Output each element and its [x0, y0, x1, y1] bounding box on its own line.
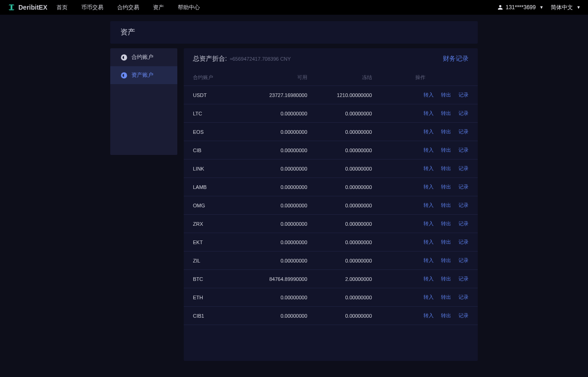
table-row: EKT0.000000000.00000000转入转出记录: [184, 233, 478, 251]
table-row: USDT23727.169800001210.00000000转入转出记录: [184, 86, 478, 104]
nav-home[interactable]: 首页: [57, 4, 68, 11]
cell-frozen: 1210.00000000: [307, 86, 372, 104]
cell-frozen: 2.00000000: [307, 270, 372, 288]
brand-name: DeribitEX: [18, 4, 47, 11]
cell-available: 84764.89990000: [243, 270, 307, 288]
cell-coin: USDT: [184, 86, 243, 104]
transfer-out-link[interactable]: 转出: [441, 129, 451, 134]
transfer-in-link[interactable]: 转入: [424, 276, 434, 281]
transfer-out-link[interactable]: 转出: [441, 184, 451, 189]
total-assets-amount: ≈6569472417.708396 CNY: [230, 56, 291, 62]
transfer-out-link[interactable]: 转出: [441, 147, 451, 153]
nav-assets[interactable]: 资产: [153, 4, 164, 11]
transfer-out-link[interactable]: 转出: [441, 239, 451, 245]
transfer-in-link[interactable]: 转入: [424, 221, 434, 226]
cell-coin: LAMB: [184, 178, 243, 196]
records-link[interactable]: 记录: [458, 294, 469, 300]
cell-coin: LINK: [184, 160, 243, 178]
transfer-in-link[interactable]: 转入: [424, 147, 434, 153]
th-available: 可用: [243, 69, 307, 86]
transfer-in-link[interactable]: 转入: [424, 239, 434, 245]
transfer-in-link[interactable]: 转入: [424, 92, 434, 97]
records-link[interactable]: 记录: [458, 221, 469, 226]
records-link[interactable]: 记录: [458, 110, 469, 116]
cell-ops: 转入转出记录: [372, 178, 478, 196]
table-row: CIB10.000000000.00000000转入转出记录: [184, 307, 478, 325]
transfer-in-link[interactable]: 转入: [424, 294, 434, 300]
top-right: 131****3699 ▼ 简体中文 ▼: [498, 4, 581, 11]
table-row: EOS0.000000000.00000000转入转出记录: [184, 123, 478, 141]
transfer-out-link[interactable]: 转出: [441, 276, 451, 281]
transfer-in-link[interactable]: 转入: [424, 166, 434, 171]
cell-available: 0.00000000: [243, 288, 307, 307]
sidebar-item-contract-account[interactable]: 合约账户: [110, 48, 177, 66]
cell-available: 0.00000000: [243, 141, 307, 160]
cell-coin: ZRX: [184, 215, 243, 233]
cell-available: 0.00000000: [243, 233, 307, 251]
sidebar-item-label: 合约账户: [131, 53, 153, 61]
cell-frozen: 0.00000000: [307, 160, 372, 178]
cell-ops: 转入转出记录: [372, 104, 478, 123]
cell-coin: CIB: [184, 141, 243, 160]
table-row: BTC84764.899900002.00000000转入转出记录: [184, 270, 478, 288]
account-icon: [120, 54, 128, 61]
nav-contract[interactable]: 合约交易: [117, 4, 139, 11]
page-title: 资产: [110, 21, 478, 44]
records-link[interactable]: 记录: [458, 202, 469, 208]
cell-available: 0.00000000: [243, 160, 307, 178]
user-menu[interactable]: 131****3699 ▼: [498, 4, 543, 11]
transfer-in-link[interactable]: 转入: [424, 184, 434, 189]
transfer-out-link[interactable]: 转出: [441, 110, 451, 116]
assets-table: 合约账户 可用 冻结 操作 USDT23727.169800001210.000…: [184, 69, 478, 325]
cell-ops: 转入转出记录: [372, 160, 478, 178]
records-link[interactable]: 记录: [458, 129, 469, 134]
records-link[interactable]: 记录: [458, 257, 469, 263]
lang-switch[interactable]: 简体中文 ▼: [551, 4, 581, 11]
table-row: LAMB0.000000000.00000000转入转出记录: [184, 178, 478, 196]
transfer-in-link[interactable]: 转入: [424, 257, 434, 263]
records-link[interactable]: 记录: [458, 276, 469, 281]
svg-rect-0: [11, 6, 12, 10]
transfer-out-link[interactable]: 转出: [441, 313, 451, 318]
brand-logo[interactable]: DeribitEX: [7, 3, 47, 11]
transfer-out-link[interactable]: 转出: [441, 92, 451, 97]
transfer-out-link[interactable]: 转出: [441, 257, 451, 263]
records-link[interactable]: 记录: [458, 313, 469, 318]
transfer-out-link[interactable]: 转出: [441, 221, 451, 226]
cell-ops: 转入转出记录: [372, 288, 478, 307]
table-row: ZIL0.000000000.00000000转入转出记录: [184, 251, 478, 270]
cell-available: 0.00000000: [243, 178, 307, 196]
caret-down-icon: ▼: [577, 5, 581, 10]
nav-help[interactable]: 帮助中心: [178, 4, 200, 11]
records-link[interactable]: 记录: [458, 239, 469, 245]
records-link[interactable]: 记录: [458, 92, 469, 97]
brand-logo-icon: [7, 3, 16, 11]
sidebar-item-asset-account[interactable]: 资产账户: [110, 66, 177, 84]
cell-ops: 转入转出记录: [372, 307, 478, 325]
page: 资产 合约账户 资产账户 总资产折合: ≈6569472417.708396 C…: [0, 15, 588, 361]
transfer-in-link[interactable]: 转入: [424, 313, 434, 318]
caret-down-icon: ▼: [539, 5, 543, 10]
cell-coin: CIB1: [184, 307, 243, 325]
transfer-out-link[interactable]: 转出: [441, 294, 451, 300]
transfer-out-link[interactable]: 转出: [441, 166, 451, 171]
th-coin: 合约账户: [184, 69, 243, 86]
table-row: OMG0.000000000.00000000转入转出记录: [184, 196, 478, 215]
th-frozen: 冻结: [307, 69, 372, 86]
nav-spot[interactable]: 币币交易: [81, 4, 103, 11]
cell-available: 23727.16980000: [243, 86, 307, 104]
records-link[interactable]: 记录: [458, 184, 469, 189]
main-panel: 总资产折合: ≈6569472417.708396 CNY 财务记录 合约账户 …: [184, 48, 478, 361]
transfer-out-link[interactable]: 转出: [441, 202, 451, 208]
cell-available: 0.00000000: [243, 196, 307, 215]
finance-records-link[interactable]: 财务记录: [443, 55, 469, 63]
cell-frozen: 0.00000000: [307, 123, 372, 141]
records-link[interactable]: 记录: [458, 147, 469, 153]
transfer-in-link[interactable]: 转入: [424, 202, 434, 208]
lang-display: 简体中文: [551, 4, 573, 11]
records-link[interactable]: 记录: [458, 166, 469, 171]
transfer-in-link[interactable]: 转入: [424, 129, 434, 134]
cell-frozen: 0.00000000: [307, 215, 372, 233]
transfer-in-link[interactable]: 转入: [424, 110, 434, 116]
cell-frozen: 0.00000000: [307, 307, 372, 325]
